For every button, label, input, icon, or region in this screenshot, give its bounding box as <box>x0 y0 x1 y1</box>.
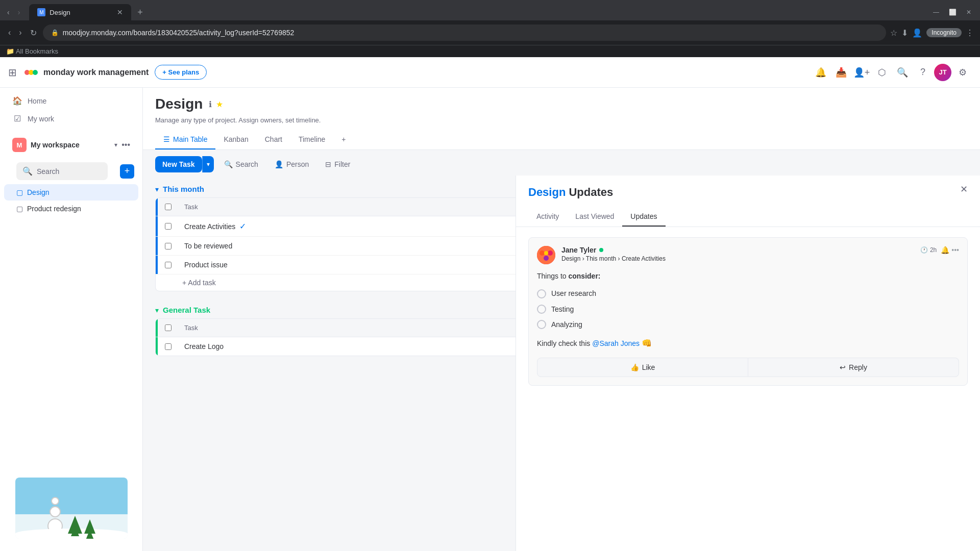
profile-icon[interactable]: 👤 <box>912 28 922 38</box>
notification-bell-icon[interactable]: 🔔 <box>812 63 830 82</box>
tab-main-table[interactable]: ☰ Main Table <box>155 130 215 149</box>
menu-icon[interactable]: ⋮ <box>966 28 974 38</box>
sidebar-item-home[interactable]: 🏠 Home <box>4 92 138 110</box>
tab-more[interactable]: + <box>333 130 354 149</box>
update-card: Jane Tyler Design › This month › Create … <box>528 237 968 386</box>
sidebar-item-product-redesign[interactable]: ▢ Product redesign <box>4 201 138 217</box>
tab-kanban[interactable]: Kanban <box>215 130 256 149</box>
table-icon: ☰ <box>163 135 170 143</box>
new-tab-button[interactable]: + <box>133 5 147 20</box>
tab-favicon: M <box>37 8 45 16</box>
new-task-button[interactable]: New Task <box>155 156 202 172</box>
checklist-item-testing: Testing <box>537 304 959 315</box>
update-body-text: Things to consider: <box>537 270 959 282</box>
forward-button[interactable]: › <box>17 26 23 39</box>
panel-close-button[interactable]: ✕ <box>960 184 968 195</box>
grid-icon[interactable]: ⊞ <box>8 66 17 79</box>
close-button[interactable]: ✕ <box>962 5 976 19</box>
row-check-1[interactable] <box>158 223 178 230</box>
radio-testing[interactable] <box>537 305 546 314</box>
task-checkbox-1[interactable] <box>165 223 172 230</box>
update-breadcrumb: Design › This month › Create Activities <box>561 255 914 262</box>
search-button[interactable]: 🔍 Search <box>218 156 264 172</box>
footer-text-paragraph: Kindly check this @Sarah Jones 👊 <box>537 337 959 350</box>
task-checkbox-2[interactable] <box>165 243 172 249</box>
lock-icon: 🔒 <box>51 29 59 36</box>
row-check-g1[interactable] <box>158 343 178 350</box>
add-board-button[interactable]: + <box>120 164 134 179</box>
active-browser-tab[interactable]: M Design ✕ <box>29 4 131 20</box>
task-checkbox-3[interactable] <box>165 262 172 268</box>
panel-tab-updates[interactable]: Updates <box>622 207 665 227</box>
workspace-name: My workspace <box>31 141 110 149</box>
notification-icon[interactable]: 🔔 <box>941 246 949 254</box>
group-collapse-button-2[interactable]: ▾ <box>155 306 159 314</box>
tab-forward-icon[interactable]: › <box>15 7 23 17</box>
refresh-button[interactable]: ↻ <box>28 26 39 40</box>
tab-back-icon[interactable]: ‹ <box>4 7 13 17</box>
like-button[interactable]: 👍 Like <box>537 358 748 377</box>
board-description: Manage any type of project. Assign owner… <box>155 116 968 124</box>
update-card-header: Jane Tyler Design › This month › Create … <box>537 246 959 264</box>
workspace-header[interactable]: M My workspace ▾ ••• <box>4 134 138 156</box>
board-toolbar: New Task ▾ 🔍 Search 👤 Person ⊟ Filter <box>143 150 980 179</box>
maximize-button[interactable]: ⬜ <box>945 5 960 19</box>
tab-chart[interactable]: Chart <box>257 130 290 149</box>
filter-button[interactable]: ⊟ Filter <box>319 156 356 172</box>
panel-tabs: Activity Last Viewed Updates <box>528 207 968 227</box>
panel-title: Design Updates <box>528 186 968 199</box>
select-all-checkbox[interactable] <box>165 204 172 210</box>
search-icon[interactable]: 🔍 <box>893 63 912 82</box>
more-actions-icon[interactable]: ••• <box>951 246 959 254</box>
inbox-icon[interactable]: 📥 <box>832 63 850 82</box>
panel-tab-activity[interactable]: Activity <box>528 207 567 227</box>
browser-chrome: ‹ › M Design ✕ + — ⬜ ✕ ‹ › ↻ 🔒 moodjoy.m… <box>0 0 980 57</box>
radio-user-research[interactable] <box>537 289 546 298</box>
person-icon: 👤 <box>275 160 283 168</box>
header-check-2[interactable] <box>158 319 178 337</box>
settings-icon[interactable]: ⚙ <box>953 63 972 82</box>
help-icon[interactable]: ? <box>914 63 932 82</box>
see-plans-button[interactable]: + See plans <box>155 65 207 80</box>
svg-point-6 <box>544 256 549 261</box>
sidebar-item-design[interactable]: ▢ Design <box>4 184 138 201</box>
row-check-3[interactable] <box>158 262 178 268</box>
workspace-chevron-icon: ▾ <box>114 141 117 148</box>
select-all-checkbox-2[interactable] <box>165 324 172 331</box>
panel-tab-last-viewed[interactable]: Last Viewed <box>567 207 622 227</box>
reply-button[interactable]: ↩ Reply <box>748 358 959 377</box>
minimize-button[interactable]: — <box>929 5 943 19</box>
my-work-icon: ☑ <box>12 114 22 123</box>
logo-text: monday work management <box>43 68 149 77</box>
sidebar-item-my-work[interactable]: ☑ My work <box>4 110 138 128</box>
my-work-label: My work <box>28 115 54 123</box>
header-check[interactable] <box>158 198 178 216</box>
invite-icon[interactable]: 👤+ <box>852 63 871 82</box>
reply-icon: ↩ <box>840 363 846 371</box>
group-collapse-button[interactable]: ▾ <box>155 185 159 193</box>
info-icon[interactable]: ℹ <box>209 99 212 109</box>
url-text: moodjoy.monday.com/boards/1830420525/act… <box>63 29 295 37</box>
download-icon[interactable]: ⬇ <box>901 28 908 38</box>
person-button[interactable]: 👤 Person <box>268 156 315 172</box>
workspace-avatar: M <box>12 138 27 152</box>
panel-header: ✕ Design Updates Activity Last Viewed Up… <box>516 176 980 227</box>
address-bar[interactable]: 🔒 moodjoy.monday.com/boards/1830420525/a… <box>43 24 887 41</box>
apps-icon[interactable]: ⬡ <box>873 63 891 82</box>
new-task-dropdown-button[interactable]: ▾ <box>202 156 214 172</box>
extension-icon[interactable]: ☆ <box>890 28 897 38</box>
sidebar-search[interactable]: 🔍 Search <box>16 162 108 180</box>
task-checkbox-g1[interactable] <box>165 343 172 350</box>
tab-close-button[interactable]: ✕ <box>117 8 123 16</box>
row-check-2[interactable] <box>158 243 178 249</box>
mention-sarah[interactable]: @Sarah Jones <box>592 339 640 347</box>
user-avatar[interactable]: JT <box>934 64 951 81</box>
window-controls: — ⬜ ✕ <box>921 5 976 19</box>
svg-point-7 <box>544 251 548 255</box>
new-task-group: New Task ▾ <box>155 156 214 172</box>
workspace-more-icon[interactable]: ••• <box>121 140 130 149</box>
radio-analyzing[interactable] <box>537 320 546 329</box>
back-button[interactable]: ‹ <box>6 26 13 39</box>
tab-timeline[interactable]: Timeline <box>290 130 333 149</box>
star-icon[interactable]: ★ <box>216 99 223 109</box>
